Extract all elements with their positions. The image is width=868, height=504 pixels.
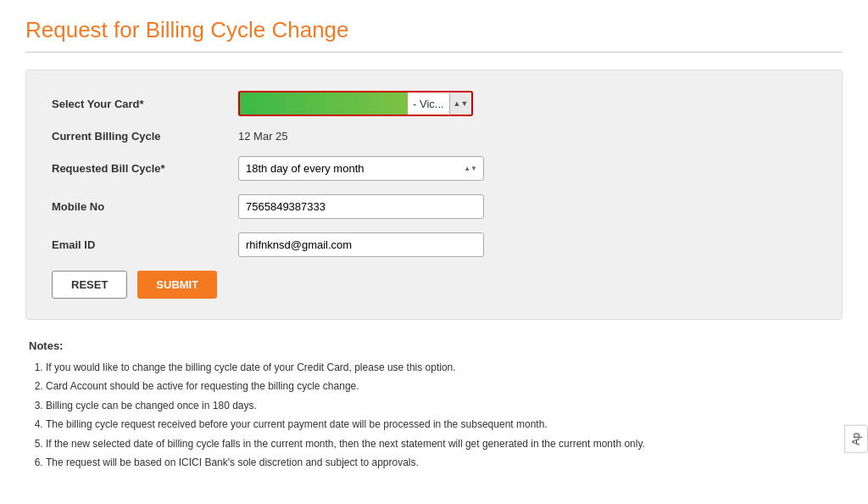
button-row: RESET SUBMIT xyxy=(52,271,816,299)
requested-bill-cycle-label: Requested Bill Cycle* xyxy=(52,162,238,175)
submit-button[interactable]: SUBMIT xyxy=(137,271,217,299)
note-item-1: If you would like to change the billing … xyxy=(46,359,839,376)
notes-section: Notes: If you would like to change the b… xyxy=(25,337,843,471)
page-title: Request for Billing Cycle Change xyxy=(25,17,843,43)
card-green-highlight xyxy=(238,91,408,116)
note-item-6: The request will be based on ICICI Bank'… xyxy=(46,454,839,471)
requested-cycle-select-wrapper: 1st day of every month 5th day of every … xyxy=(238,156,484,181)
card-select-arrow[interactable]: ▲▼ xyxy=(449,91,474,116)
card-suffix: - Vic... xyxy=(408,91,449,116)
mobile-no-input[interactable] xyxy=(238,194,484,219)
requested-cycle-select[interactable]: 1st day of every month 5th day of every … xyxy=(238,156,484,181)
note-item-4: The billing cycle request received befor… xyxy=(46,416,839,433)
card-select-wrapper[interactable]: - Vic... ▲▼ xyxy=(238,91,473,116)
notes-list: If you would like to change the billing … xyxy=(29,359,839,471)
email-id-input[interactable] xyxy=(238,232,484,257)
notes-title: Notes: xyxy=(29,337,839,356)
section-divider xyxy=(25,52,843,53)
note-item-2: Card Account should be active for reques… xyxy=(46,378,839,395)
mobile-no-row: Mobile No xyxy=(52,194,816,219)
note-item-3: Billing cycle can be changed once in 180… xyxy=(46,397,839,414)
form-card: Select Your Card* - Vic... ▲▼ Current Bi… xyxy=(25,70,843,320)
note-item-5: If the new selected date of billing cycl… xyxy=(46,435,839,452)
select-card-label: Select Your Card* xyxy=(52,98,238,110)
floating-action-button[interactable]: Ap xyxy=(844,425,868,453)
current-billing-cycle-row: Current Billing Cycle 12 Mar 25 xyxy=(52,130,816,143)
current-billing-cycle-value: 12 Mar 25 xyxy=(238,130,288,143)
email-id-row: Email ID xyxy=(52,232,816,257)
mobile-no-label: Mobile No xyxy=(52,200,238,213)
email-id-label: Email ID xyxy=(52,238,238,251)
current-billing-cycle-label: Current Billing Cycle xyxy=(52,130,238,143)
requested-bill-cycle-row: Requested Bill Cycle* 1st day of every m… xyxy=(52,156,816,181)
select-card-row: Select Your Card* - Vic... ▲▼ xyxy=(52,91,816,116)
page-container: Request for Billing Cycle Change Select … xyxy=(0,0,868,490)
reset-button[interactable]: RESET xyxy=(52,271,127,299)
